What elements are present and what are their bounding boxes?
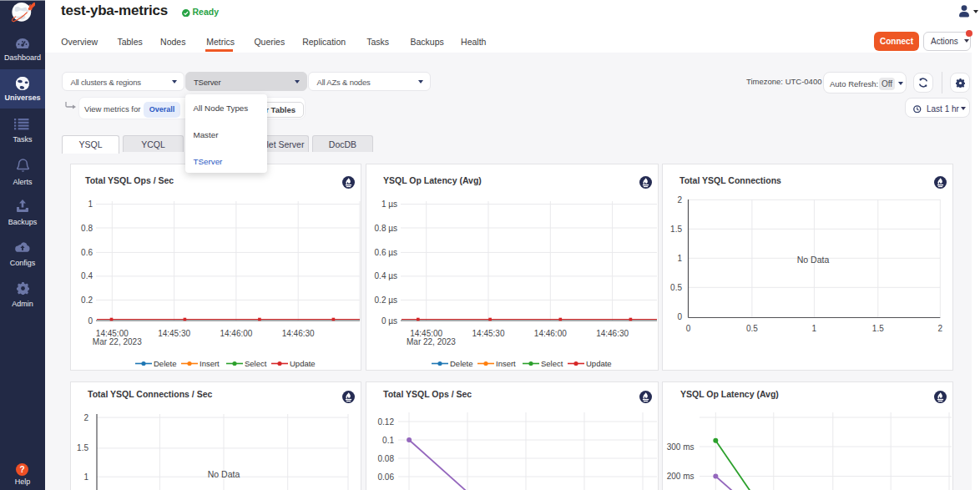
svg-text:0.12: 0.12 — [378, 417, 395, 427]
svg-text:Update: Update — [586, 359, 612, 368]
svg-text:No Data: No Data — [797, 255, 830, 265]
svg-text:0.4: 0.4 — [81, 271, 93, 280]
svg-text:Insert: Insert — [496, 359, 516, 368]
svg-text:2: 2 — [83, 413, 88, 422]
svg-text:0.6 µs: 0.6 µs — [375, 248, 397, 257]
svg-text:Update: Update — [290, 359, 316, 368]
svg-text:1: 1 — [83, 472, 88, 482]
svg-text:0.5: 0.5 — [670, 283, 682, 292]
svg-text:Delete: Delete — [450, 359, 472, 368]
svg-text:0: 0 — [686, 324, 691, 333]
svg-text:1: 1 — [88, 200, 93, 209]
svg-text:0.2: 0.2 — [81, 296, 93, 305]
svg-text:0.4 µs: 0.4 µs — [375, 271, 397, 280]
svg-text:14:45:30: 14:45:30 — [158, 329, 190, 338]
svg-text:Delete: Delete — [154, 359, 176, 368]
svg-text:1.5: 1.5 — [77, 443, 88, 452]
svg-text:2: 2 — [938, 324, 943, 333]
svg-text:0: 0 — [88, 316, 93, 326]
svg-text:?: ? — [19, 465, 24, 474]
svg-text:0: 0 — [677, 312, 682, 321]
svg-text:2: 2 — [677, 195, 682, 205]
svg-text:Select: Select — [541, 359, 563, 368]
svg-text:14:46:00: 14:46:00 — [534, 329, 567, 338]
svg-text:1.5: 1.5 — [670, 225, 682, 234]
svg-text:Mar 22, 2023: Mar 22, 2023 — [93, 337, 142, 346]
svg-text:0.8: 0.8 — [81, 224, 93, 233]
svg-text:300 ms: 300 ms — [667, 442, 695, 452]
svg-text:1 µs: 1 µs — [381, 200, 397, 209]
svg-text:0.6: 0.6 — [81, 248, 93, 257]
svg-text:0.1: 0.1 — [382, 436, 394, 445]
svg-text:Insert: Insert — [200, 359, 220, 368]
svg-text:14:45:00: 14:45:00 — [96, 329, 129, 338]
svg-text:0.08: 0.08 — [378, 454, 395, 463]
svg-text:Mar 22, 2023: Mar 22, 2023 — [407, 337, 456, 346]
svg-text:200 ms: 200 ms — [667, 472, 695, 481]
svg-text:14:45:30: 14:45:30 — [472, 329, 505, 338]
svg-text:0.5: 0.5 — [746, 324, 758, 333]
svg-text:0.8 µs: 0.8 µs — [375, 224, 397, 233]
svg-text:1.5: 1.5 — [872, 324, 884, 333]
svg-text:Select: Select — [245, 359, 267, 368]
svg-text:0.2 µs: 0.2 µs — [375, 296, 397, 305]
svg-text:14:46:00: 14:46:00 — [220, 329, 252, 338]
svg-text:0 µs: 0 µs — [381, 316, 397, 326]
svg-text:1: 1 — [677, 254, 682, 263]
svg-text:14:46:30: 14:46:30 — [282, 329, 315, 338]
svg-text:14:46:30: 14:46:30 — [596, 329, 629, 338]
svg-text:1: 1 — [812, 324, 817, 333]
svg-text:14:45:00: 14:45:00 — [410, 329, 442, 338]
svg-text:0.06: 0.06 — [378, 472, 395, 482]
svg-text:No Data: No Data — [208, 469, 240, 479]
